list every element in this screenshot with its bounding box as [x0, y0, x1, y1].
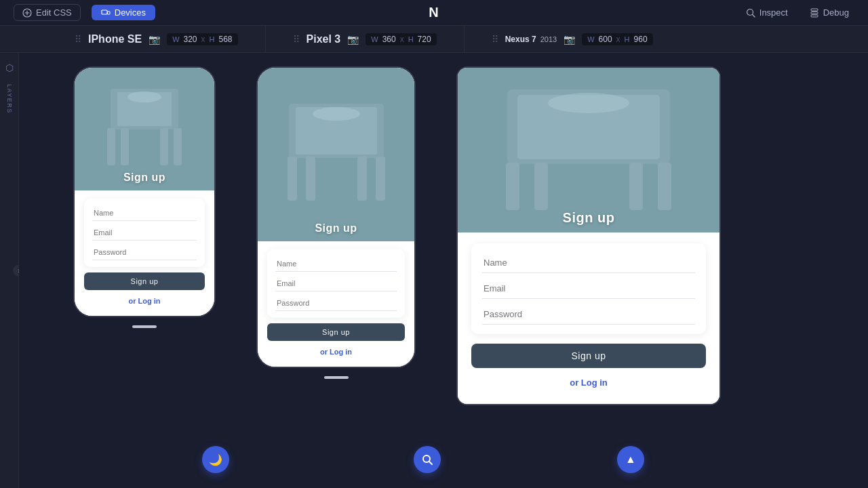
iphone-table-illustration — [97, 89, 192, 170]
layers-label[interactable]: LAYERS — [6, 84, 13, 114]
device-bar: ⠿ IPhone SE 📷 W 320 x H 568 ⠿ Pixel 3 📷 … — [0, 26, 868, 53]
pixel-signup-button[interactable]: Sign up — [267, 323, 405, 341]
nexus-table-illustration — [487, 89, 690, 211]
debug-icon — [810, 8, 819, 18]
device-name-pixel: Pixel 3 — [307, 33, 341, 45]
fab-pixel[interactable] — [414, 446, 441, 473]
toolbar-left: Edit CSS Devices — [14, 4, 155, 21]
pixel-password-field[interactable] — [275, 296, 397, 311]
svg-point-21 — [313, 107, 360, 121]
inspect-icon — [746, 8, 755, 18]
iphone-signup-screen: Sign up Sign up or Log in — [75, 68, 214, 316]
fab-nexus[interactable]: ▲ — [617, 446, 644, 473]
pixel-bg-top: Sign up — [258, 68, 414, 241]
nexus-signup-button[interactable]: Sign up — [471, 344, 706, 368]
devices-label: Devices — [115, 7, 146, 18]
svg-rect-26 — [534, 163, 548, 210]
camera-icon-iphone[interactable]: 📷 — [149, 34, 160, 45]
camera-icon-nexus[interactable]: 📷 — [564, 34, 575, 45]
svg-rect-24 — [506, 163, 519, 210]
svg-rect-11 — [174, 128, 182, 165]
pixel-email-field[interactable] — [275, 276, 397, 291]
svg-rect-10 — [107, 128, 115, 165]
device-frame-iphone: Sign up Sign up or Log in — [73, 66, 216, 331]
device-sep-2 — [464, 26, 465, 53]
pixel-home-indicator — [324, 376, 349, 379]
nexus-year: 2013 — [540, 35, 557, 43]
dim-box-iphone: W 320 x H 568 — [167, 33, 237, 45]
canvas: Sign up Sign up or Log in — [19, 53, 868, 488]
device-name-nexus: Nexus 7 — [505, 35, 536, 44]
search-fab-icon — [422, 454, 433, 465]
iphone-email-field[interactable] — [92, 225, 197, 241]
svg-point-14 — [127, 92, 161, 102]
iphone-password-field[interactable] — [92, 245, 197, 260]
sidebar: ⬡ LAYERS › — [0, 53, 19, 488]
device-frame-pixel: Sign up Sign up or Log in — [256, 66, 416, 382]
edit-css-icon — [22, 8, 32, 18]
drag-handle-pixel[interactable]: ⠿ — [293, 34, 300, 45]
iphone-signup-bottom: Sign up or Log in — [75, 190, 214, 316]
svg-rect-5 — [811, 9, 818, 11]
toolbar-right: Inspect Debug — [741, 5, 854, 20]
svg-rect-13 — [160, 128, 168, 165]
debug-label: Debug — [823, 7, 849, 18]
pixel-frame: Sign up Sign up or Log in — [256, 66, 416, 368]
iphone-signup-button[interactable]: Sign up — [84, 272, 205, 290]
pixel-table-illustration — [275, 104, 397, 205]
device-frame-nexus: Sign up Sign up or Log in — [456, 66, 721, 405]
device-section-pixel: ⠿ Pixel 3 📷 W 360 x H 720 — [293, 33, 437, 45]
devices-button[interactable]: Devices — [92, 5, 155, 20]
svg-rect-25 — [658, 163, 671, 210]
svg-rect-12 — [121, 128, 129, 165]
inspect-label: Inspect — [760, 7, 788, 18]
iphone-bg-top: Sign up — [75, 68, 214, 190]
pixel-name-field[interactable] — [275, 256, 397, 272]
nexus-form-card — [471, 243, 706, 334]
svg-point-28 — [548, 93, 629, 113]
pixel-signup-title: Sign up — [315, 222, 357, 235]
debug-button[interactable]: Debug — [804, 5, 854, 20]
dim-box-pixel: W 360 x H 720 — [366, 33, 436, 45]
svg-line-30 — [429, 462, 432, 464]
pixel-signup-screen: Sign up Sign up or Log in — [258, 68, 414, 367]
nexus-signup-bottom: Sign up or Log in — [458, 232, 719, 404]
app-logo: N — [429, 5, 439, 20]
nexus-bg-top: Sign up — [458, 68, 719, 232]
nexus-name-field[interactable] — [482, 253, 695, 273]
fab-iphone[interactable]: 🌙 — [202, 446, 229, 473]
drag-handle-nexus[interactable]: ⠿ — [492, 34, 498, 45]
iphone-signup-title: Sign up — [123, 171, 165, 184]
svg-rect-1 — [102, 10, 107, 14]
nexus-login-link[interactable]: Log in — [581, 378, 608, 388]
device-name-iphone: IPhone SE — [88, 33, 142, 45]
device-section-nexus: ⠿ Nexus 7 2013 📷 W 600 x H 960 — [492, 33, 653, 45]
iphone-login-link[interactable]: Log in — [138, 297, 161, 305]
toolbar-center: N — [429, 5, 439, 20]
nexus-signup-title: Sign up — [563, 210, 615, 226]
nexus-or-login: or Log in — [471, 372, 706, 393]
nexus-frame: Sign up Sign up or Log in — [456, 66, 721, 405]
nexus-signup-screen: Sign up Sign up or Log in — [458, 68, 719, 404]
dim-box-nexus: W 600 x H 960 — [582, 33, 652, 45]
pixel-or-login: or Log in — [267, 345, 405, 359]
svg-rect-7 — [811, 15, 818, 17]
nexus-password-field[interactable] — [482, 304, 695, 325]
svg-line-4 — [752, 14, 755, 17]
drag-handle-iphone[interactable]: ⠿ — [75, 34, 81, 45]
pixel-signup-bottom: Sign up or Log in — [258, 241, 414, 367]
nexus-email-field[interactable] — [482, 279, 695, 299]
devices-icon — [101, 8, 111, 18]
layers-icon[interactable]: ⬡ — [1, 60, 18, 76]
edit-css-button[interactable]: Edit CSS — [14, 4, 81, 21]
iphone-name-field[interactable] — [92, 205, 197, 221]
camera-icon-pixel[interactable]: 📷 — [347, 34, 359, 45]
pixel-form-card — [267, 249, 405, 318]
device-section-iphone: ⠿ IPhone SE 📷 W 320 x H 568 — [75, 33, 238, 45]
pixel-login-link[interactable]: Log in — [330, 348, 352, 356]
iphone-home-indicator — [132, 325, 157, 328]
inspect-button[interactable]: Inspect — [741, 5, 793, 20]
svg-rect-27 — [629, 163, 643, 210]
iphone-or-login: or Log in — [84, 294, 205, 308]
svg-rect-20 — [357, 157, 367, 201]
